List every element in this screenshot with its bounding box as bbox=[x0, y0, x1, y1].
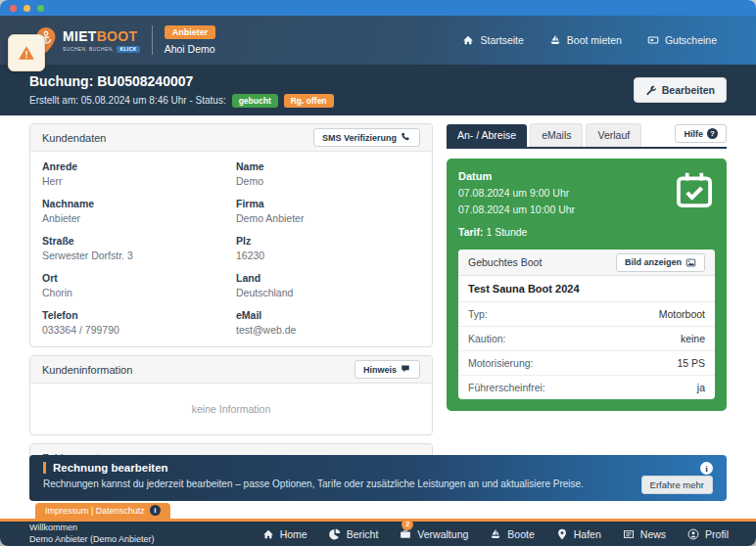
tab-an-abreise[interactable]: An- / Abreise bbox=[447, 124, 527, 147]
booked-boat-card: Gebuchtes Boot Bild anzeigen Test Sauna … bbox=[458, 250, 715, 399]
edit-booking-button[interactable]: Bearbeiten bbox=[634, 77, 727, 103]
boat-row-motorisierung: Motorisierung:15 PS bbox=[458, 351, 715, 376]
detail-tabbar: An- / Abreise eMails Verlauf Hilfe ? bbox=[447, 123, 727, 149]
learn-more-button[interactable]: Erfahre mehr bbox=[641, 476, 713, 494]
zoom-window-button[interactable] bbox=[37, 5, 44, 12]
account-role-badge: Anbieter bbox=[165, 25, 216, 39]
boat-row-fuehrerscheinfrei: Führerscheinfrei:ja bbox=[458, 376, 715, 399]
nav-gutscheine[interactable]: Gutscheine bbox=[647, 34, 717, 46]
header-divider bbox=[152, 25, 153, 55]
footer-nav-home[interactable]: Home bbox=[262, 528, 307, 540]
home-icon bbox=[462, 34, 474, 46]
verwaltung-count-badge: 2 bbox=[402, 519, 413, 530]
account-block: Anbieter Ahoi Demo bbox=[165, 25, 216, 55]
invoice-banner-text: Rechnungen kannst du jederzeit bearbeite… bbox=[43, 478, 641, 489]
footer-navigation: Home Bericht 2 Verwaltung Boote bbox=[262, 528, 729, 540]
nav-startseite[interactable]: Startseite bbox=[462, 34, 523, 46]
customer-data-card: Kundendaten SMS Verifizierung AnredeHerr… bbox=[29, 123, 433, 347]
customer-fields-grid: AnredeHerr NameDemo NachnameAnbieter Fir… bbox=[30, 152, 432, 346]
map-pin-icon bbox=[556, 528, 568, 540]
legal-links-tab[interactable]: Impressum | Datenschutz i bbox=[35, 503, 170, 519]
invoice-banner: Rechnung bearbeiten Rechnungen kannst du… bbox=[29, 455, 727, 501]
help-button[interactable]: Hilfe ? bbox=[675, 124, 727, 143]
booked-boat-title: Gebuchtes Boot bbox=[468, 256, 542, 268]
accent-bar bbox=[43, 462, 46, 474]
booking-title: Buchung: BU0508240007 bbox=[29, 73, 334, 89]
field-strasse: StraßeSerwester Dorfstr. 3 bbox=[42, 235, 226, 261]
newspaper-icon bbox=[623, 528, 635, 540]
field-land: LandDeutschland bbox=[236, 272, 420, 298]
boat-row-typ: Typ:Motorboot bbox=[458, 302, 715, 327]
field-nachname: NachnameAnbieter bbox=[42, 198, 226, 224]
field-plz: Plz16230 bbox=[236, 235, 420, 261]
close-window-button[interactable] bbox=[10, 5, 17, 12]
calendar-check-icon bbox=[676, 171, 713, 208]
top-navigation: Startseite Boot mieten Gutscheine bbox=[462, 34, 717, 46]
account-greeting: Ahoi Demo bbox=[165, 43, 216, 55]
field-name: NameDemo bbox=[236, 160, 420, 187]
customer-info-empty-text: keine Information bbox=[30, 384, 432, 434]
sailboat-icon bbox=[490, 528, 501, 540]
mietboot-logo[interactable]: MIETBOOT SUCHEN, BUCHEN,KLICK bbox=[35, 26, 140, 54]
question-mark-icon: ? bbox=[707, 128, 718, 139]
footer-nav-news[interactable]: News bbox=[623, 528, 666, 540]
field-ort: OrtChorin bbox=[42, 272, 226, 298]
wrench-icon bbox=[645, 85, 656, 96]
info-icon[interactable]: i bbox=[700, 462, 713, 475]
boat-name: Test Sauna Boot 2024 bbox=[458, 276, 715, 302]
app-header: MIETBOOT SUCHEN, BUCHEN,KLICK Anbieter A… bbox=[0, 16, 756, 65]
arrival-card: Datum 07.08.2024 um 9:00 Uhr 07.08.2024 … bbox=[447, 159, 727, 411]
customer-info-card: Kundeninformation Hinweis keine Informat… bbox=[29, 355, 433, 435]
app-window: MIETBOOT SUCHEN, BUCHEN,KLICK Anbieter A… bbox=[0, 0, 756, 546]
customer-data-title: Kundendaten bbox=[42, 132, 106, 144]
tariff-line: Tarif: 1 Stunde bbox=[458, 226, 715, 238]
main-content: Kundendaten SMS Verifizierung AnredeHerr… bbox=[0, 115, 756, 519]
footer-welcome: Willkommen Demo Anbieter (Demo Anbieter) bbox=[29, 523, 155, 545]
status-badge-booked: gebucht bbox=[232, 94, 278, 108]
booking-header-bar: Buchung: BU0508240007 Erstellt am: 05.08… bbox=[0, 65, 756, 115]
status-badge-invoice-open: Rg. offen bbox=[284, 94, 334, 108]
profile-icon bbox=[687, 528, 699, 540]
footer-bar: Willkommen Demo Anbieter (Demo Anbieter)… bbox=[0, 519, 756, 546]
logo-text: MIETBOOT SUCHEN, BUCHEN,KLICK bbox=[63, 28, 140, 53]
tab-emails[interactable]: eMails bbox=[530, 123, 583, 147]
boat-row-kaution: Kaution:keine bbox=[458, 327, 715, 351]
legal-info-icon: i bbox=[150, 505, 161, 516]
sailboat-icon bbox=[549, 34, 561, 46]
footer-nav-hafen[interactable]: Hafen bbox=[556, 528, 601, 540]
speech-bubble-icon bbox=[401, 364, 411, 375]
invoice-banner-title: Rechnung bearbeiten bbox=[43, 462, 641, 474]
pie-chart-icon bbox=[329, 528, 341, 540]
booking-info: Buchung: BU0508240007 Erstellt am: 05.08… bbox=[29, 73, 334, 108]
customer-info-title: Kundeninformation bbox=[42, 364, 132, 376]
sms-verification-button[interactable]: SMS Verifizierung bbox=[313, 128, 420, 147]
image-icon bbox=[685, 257, 696, 268]
tab-verlauf[interactable]: Verlauf bbox=[586, 123, 641, 147]
footer-nav-boote[interactable]: Boote bbox=[490, 528, 534, 540]
field-anrede: AnredeHerr bbox=[42, 160, 226, 187]
booking-created-text: Erstellt am: 05.08.2024 um 8:46 Uhr - St… bbox=[29, 95, 226, 106]
warning-widget[interactable] bbox=[8, 34, 45, 71]
nav-boot-mieten[interactable]: Boot mieten bbox=[549, 34, 622, 46]
warning-triangle-icon bbox=[18, 44, 35, 62]
macos-titlebar bbox=[0, 0, 756, 16]
field-telefon: Telefon033364 / 799790 bbox=[42, 309, 226, 336]
hint-button[interactable]: Hinweis bbox=[354, 360, 420, 379]
field-email: eMailtest@web.de bbox=[236, 309, 420, 336]
footer-nav-bericht[interactable]: Bericht bbox=[329, 528, 379, 540]
show-image-button[interactable]: Bild anzeigen bbox=[616, 253, 705, 272]
footer-nav-profil[interactable]: Profil bbox=[687, 528, 729, 540]
phone-icon bbox=[401, 132, 411, 143]
minimize-window-button[interactable] bbox=[24, 5, 30, 12]
voucher-icon bbox=[647, 34, 659, 46]
field-firma: FirmaDemo Anbieter bbox=[236, 198, 420, 224]
home-icon bbox=[262, 528, 274, 540]
footer-nav-verwaltung[interactable]: 2 Verwaltung bbox=[400, 528, 468, 540]
